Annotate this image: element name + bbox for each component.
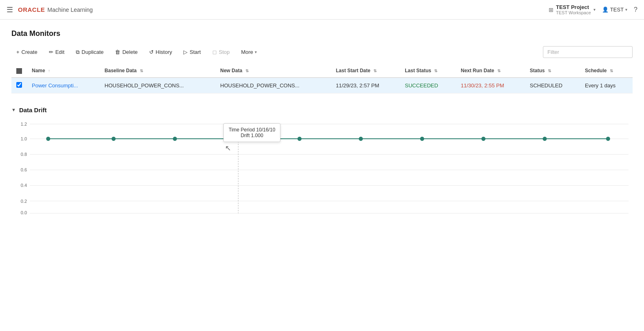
y-label-0.8: 0.8: [21, 152, 27, 157]
oracle-logo: ORACLE Machine Learning: [18, 6, 93, 13]
sort-last-status-icon: ⇅: [434, 69, 437, 73]
stop-button[interactable]: ◻ Stop: [207, 47, 235, 58]
table-body: Power Consumpti... HOUSEHOLD_POWER_CONS.…: [11, 78, 633, 93]
filter-input[interactable]: [543, 46, 633, 58]
sort-name-icon: ↑: [48, 69, 50, 73]
row-next-run-date: 11/30/23, 2:55 PM: [456, 78, 525, 93]
create-button[interactable]: + Create: [11, 47, 42, 58]
more-label: More: [241, 49, 253, 55]
col-header-new-data[interactable]: New Data ⇅: [215, 64, 331, 78]
history-icon: ↺: [149, 49, 154, 55]
table-header-row: Name ↑ Baseline Data ⇅ New Data ⇅ Last S…: [11, 64, 633, 78]
col-schedule-label: Schedule: [585, 68, 607, 73]
data-point-9[interactable]: [606, 137, 610, 141]
y-label-1.2: 1.2: [21, 122, 27, 127]
col-header-status[interactable]: Status ⇅: [525, 64, 580, 78]
y-label-0.2: 0.2: [21, 198, 27, 203]
col-last-start-label: Last Start Date: [336, 68, 371, 73]
sort-next-run-icon: ⇅: [497, 69, 501, 73]
start-button[interactable]: ▷ Start: [179, 47, 205, 58]
drift-chart: 1.2 1.0 0.8 0.6 0.4 0.2 0.0 9/25/10 10/2…: [11, 120, 633, 218]
sort-status-icon: ⇅: [548, 69, 551, 73]
row-checkbox-cell: [11, 78, 27, 93]
y-label-1.0: 1.0: [21, 136, 27, 141]
project-workspace: TEST Workspace: [556, 10, 591, 15]
delete-button[interactable]: 🗑 Delete: [110, 47, 143, 58]
col-header-name[interactable]: Name ↑: [27, 64, 100, 78]
page-title: Data Monitors: [11, 29, 633, 38]
duplicate-button[interactable]: ⧉ Duplicate: [71, 47, 108, 58]
data-point-8[interactable]: [543, 137, 547, 141]
y-label-0.4: 0.4: [21, 183, 27, 188]
sort-baseline-icon: ⇅: [140, 69, 143, 73]
data-point-2[interactable]: [173, 137, 177, 141]
data-point-4[interactable]: [298, 137, 302, 141]
project-chevron-icon: ▾: [593, 7, 595, 12]
data-monitors-table: Name ↑ Baseline Data ⇅ New Data ⇅ Last S…: [11, 64, 633, 93]
hamburger-menu[interactable]: ☰: [7, 5, 13, 14]
x-label-11/27: 11/27/10: [599, 217, 617, 218]
monitor-name-link[interactable]: Power Consumpti...: [32, 82, 78, 89]
select-all-header: [11, 64, 27, 78]
data-point-7[interactable]: [481, 137, 485, 141]
sort-new-data-icon: ⇅: [245, 69, 249, 73]
trash-icon: 🗑: [115, 49, 120, 55]
sort-last-start-icon: ⇅: [373, 69, 377, 73]
pencil-icon: ✏: [49, 49, 53, 55]
data-drift-section: ▼ Data Drift 1.2 1.0 0.8 0.6 0.4 0.2 0.0: [11, 107, 633, 226]
history-button[interactable]: ↺ History: [144, 47, 177, 58]
stop-icon: ◻: [212, 49, 217, 55]
start-label: Start: [190, 49, 201, 55]
x-label-10/16: 10/16/10: [229, 217, 247, 218]
plus-icon: +: [16, 49, 20, 55]
sort-schedule-icon: ⇅: [610, 69, 613, 73]
drift-section-header[interactable]: ▼ Data Drift: [11, 107, 633, 113]
row-baseline: HOUSEHOLD_POWER_CONS...: [100, 78, 216, 93]
col-header-last-start[interactable]: Last Start Date ⇅: [331, 64, 400, 78]
toolbar: + Create ✏ Edit ⧉ Duplicate 🗑 Delete ↺ H…: [11, 46, 633, 58]
x-label-10/30: 10/30/10: [352, 217, 370, 218]
select-all-checkbox[interactable]: [16, 68, 22, 74]
user-selector[interactable]: 👤 TEST ▾: [602, 7, 627, 13]
drift-collapse-icon: ▼: [11, 107, 16, 112]
row-status: SCHEDULED: [525, 78, 580, 93]
x-label-10/9: 10/9/10: [168, 217, 183, 218]
user-name: TEST: [610, 7, 624, 13]
data-point-5[interactable]: [359, 137, 363, 141]
delete-label: Delete: [122, 49, 138, 55]
data-point-1[interactable]: [112, 137, 116, 141]
col-header-schedule[interactable]: Schedule ⇅: [580, 64, 633, 78]
col-header-baseline[interactable]: Baseline Data ⇅: [100, 64, 216, 78]
col-header-last-status[interactable]: Last Status ⇅: [400, 64, 456, 78]
project-selector[interactable]: ⊞ TEST Project TEST Workspace ▾: [549, 4, 595, 15]
copy-icon: ⧉: [76, 49, 79, 56]
col-name-label: Name: [32, 68, 45, 73]
x-label-11/20: 11/20/10: [536, 217, 554, 218]
y-label-0.6: 0.6: [21, 167, 27, 172]
table-row[interactable]: Power Consumpti... HOUSEHOLD_POWER_CONS.…: [11, 78, 633, 93]
row-last-start-date: 11/29/23, 2:57 PM: [331, 78, 400, 93]
edit-label: Edit: [55, 49, 64, 55]
col-header-next-run[interactable]: Next Run Date ⇅: [456, 64, 525, 78]
row-new-data: HOUSEHOLD_POWER_CONS...: [215, 78, 331, 93]
more-chevron-icon: ▾: [255, 50, 257, 54]
edit-button[interactable]: ✏ Edit: [44, 47, 69, 58]
help-icon[interactable]: ?: [634, 6, 637, 13]
row-schedule: Every 1 days: [580, 78, 633, 93]
row-name: Power Consumpti...: [27, 78, 100, 93]
nav-right: ⊞ TEST Project TEST Workspace ▾ 👤 TEST ▾…: [549, 4, 637, 15]
play-icon: ▷: [183, 49, 187, 55]
row-checkbox[interactable]: [16, 82, 22, 88]
col-status-label: Status: [530, 68, 545, 73]
col-baseline-label: Baseline Data: [105, 68, 137, 73]
data-point-0[interactable]: [46, 137, 50, 141]
x-label-10/2: 10/2/10: [106, 217, 121, 218]
project-icon: ⊞: [549, 7, 554, 13]
row-last-status: SUCCEEDED: [400, 78, 456, 93]
more-button[interactable]: More ▾: [236, 47, 262, 58]
create-label: Create: [22, 49, 37, 55]
data-point-6[interactable]: [420, 137, 424, 141]
main-content: Data Monitors + Create ✏ Edit ⧉ Duplicat…: [0, 20, 644, 236]
history-label: History: [156, 49, 172, 55]
user-icon: 👤: [602, 7, 609, 13]
